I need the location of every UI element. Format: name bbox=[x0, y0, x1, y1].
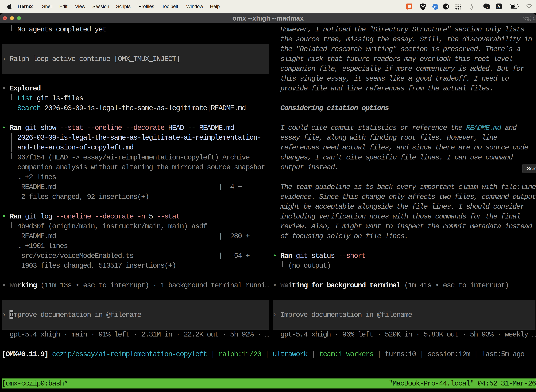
svg-text:..61: ..61 bbox=[486, 6, 490, 9]
svg-text:1: 1 bbox=[532, 17, 535, 21]
